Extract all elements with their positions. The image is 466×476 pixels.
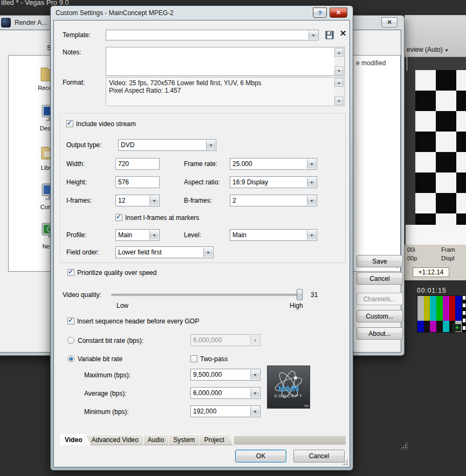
bframes-label: B-frames: bbox=[184, 197, 212, 204]
notes-label: Notes: bbox=[63, 49, 81, 56]
notes-scrollbar[interactable]: ▲ ▼ bbox=[334, 48, 344, 75]
help-icon[interactable]: ? bbox=[313, 8, 327, 18]
two-pass-checkbox[interactable] bbox=[190, 355, 197, 362]
constant-bitrate-radio[interactable] bbox=[67, 337, 74, 344]
scroll-down-icon[interactable]: ▼ bbox=[334, 96, 344, 105]
trademark-label: TM bbox=[304, 404, 309, 408]
video-quality-slider-track[interactable] bbox=[111, 294, 303, 296]
about-button[interactable]: About... bbox=[357, 327, 403, 340]
average-bps-label: Average (bps): bbox=[84, 390, 127, 397]
timeline-cursor-timecode: 00:01:15 bbox=[417, 287, 447, 294]
delete-template-icon[interactable]: ✕ bbox=[338, 29, 348, 39]
column-divider bbox=[407, 57, 407, 71]
prioritize-quality-checkbox[interactable] bbox=[67, 269, 74, 276]
status-text: Displ bbox=[441, 255, 454, 261]
scroll-up-icon[interactable]: ▲ bbox=[334, 78, 344, 87]
template-combobox[interactable]: ▼ bbox=[106, 30, 319, 40]
custom-settings-dialog: Custom Settings - MainConcept MPEG-2 ? ✕… bbox=[50, 5, 353, 471]
scroll-up-icon[interactable]: ▲ bbox=[334, 48, 344, 57]
insert-sequence-header-label: Insert sequence header before every GOP bbox=[77, 318, 199, 325]
average-bps-combobox[interactable]: 6,000,000 ▼ bbox=[190, 387, 261, 399]
field-order-combobox[interactable]: Lower field first ▼ bbox=[115, 246, 214, 258]
slider-high-label: High bbox=[290, 302, 303, 309]
level-combobox[interactable]: Main ▼ bbox=[230, 229, 317, 241]
video-quality-label: Video quality: bbox=[63, 291, 101, 299]
status-text: 00p bbox=[407, 255, 417, 261]
channels-button[interactable]: Channels... bbox=[357, 293, 403, 305]
chevron-down-icon[interactable]: ▼ bbox=[250, 406, 259, 416]
frame-rate-combobox[interactable]: 25.000 ▼ bbox=[230, 158, 317, 170]
video-preview-checkerboard bbox=[415, 70, 466, 225]
save-button[interactable]: Save bbox=[357, 255, 403, 267]
minimum-bps-combobox[interactable]: 192,000 ▼ bbox=[190, 405, 261, 417]
aspect-ratio-combobox[interactable]: 16:9 Display ▼ bbox=[230, 176, 317, 188]
close-icon[interactable]: ✕ bbox=[381, 17, 398, 27]
custom-button[interactable]: Custom... bbox=[357, 310, 403, 322]
preview-mode-dropdown[interactable]: eview (Auto) ▼ bbox=[407, 46, 449, 53]
format-label: Format: bbox=[63, 79, 85, 86]
tab-audio[interactable]: Audio bbox=[143, 434, 173, 445]
cancel-button[interactable]: Cancel bbox=[357, 272, 403, 285]
chevron-down-icon: ▼ bbox=[250, 335, 259, 345]
tab-project[interactable]: Project bbox=[199, 434, 232, 445]
format-line2: Pixel Aspect Ratio: 1.457 bbox=[109, 87, 332, 94]
smpte-bars-top bbox=[417, 296, 462, 321]
close-icon[interactable]: ✕ bbox=[330, 8, 347, 18]
insert-iframes-label: Insert I-frames at markers bbox=[125, 214, 199, 222]
resize-grip[interactable] bbox=[400, 441, 408, 450]
chevron-down-icon[interactable]: ▼ bbox=[309, 31, 318, 39]
two-pass-label: Two-pass bbox=[200, 355, 228, 363]
dialog-title: Custom Settings - MainConcept MPEG-2 bbox=[56, 9, 174, 17]
width-input[interactable] bbox=[115, 158, 160, 170]
insert-iframes-checkbox[interactable] bbox=[115, 214, 122, 221]
scroll-down-icon[interactable]: ▼ bbox=[334, 66, 344, 75]
adjacent-thumbnail-checker bbox=[462, 295, 466, 333]
iframes-label: I-frames: bbox=[66, 197, 92, 204]
output-type-combobox[interactable]: DVD ▼ bbox=[118, 139, 216, 151]
format-line1: Video: 25 fps, 720x576 Lower field first… bbox=[109, 79, 332, 87]
insert-sequence-header-checkbox[interactable] bbox=[67, 318, 74, 325]
height-input[interactable] bbox=[115, 176, 160, 188]
chevron-down-icon[interactable]: ▼ bbox=[250, 370, 259, 380]
profile-combobox[interactable]: Main ▼ bbox=[115, 229, 160, 241]
variable-bitrate-radio[interactable] bbox=[67, 355, 74, 362]
tab-video[interactable]: Video bbox=[60, 434, 91, 445]
chevron-down-icon[interactable]: ▼ bbox=[307, 230, 316, 240]
ok-button[interactable]: OK bbox=[235, 450, 286, 463]
chevron-down-icon[interactable]: ▼ bbox=[307, 196, 316, 205]
render-as-app-icon bbox=[1, 18, 11, 27]
custom-settings-titlebar: Custom Settings - MainConcept MPEG-2 ? ✕ bbox=[51, 6, 353, 20]
settings-tabstrip: Video Advanced Video Audio System Projec… bbox=[60, 434, 346, 445]
chevron-down-icon[interactable]: ▼ bbox=[307, 159, 316, 169]
chevron-down-icon[interactable]: ▼ bbox=[250, 388, 259, 398]
field-order-label: Field order: bbox=[66, 249, 99, 256]
timecode-overlay: +1:12.14 bbox=[413, 267, 449, 277]
maximum-bps-label: Maximum (bps): bbox=[84, 371, 131, 379]
notes-input[interactable]: ▲ ▼ bbox=[106, 47, 345, 76]
render-as-title: Render A... bbox=[15, 19, 47, 26]
chevron-down-icon[interactable]: ▼ bbox=[149, 196, 159, 205]
width-label: Width: bbox=[66, 160, 85, 168]
template-label: Template: bbox=[63, 31, 91, 39]
generated-media-icon: + bbox=[453, 324, 461, 332]
column-header-date-modified[interactable]: e modified bbox=[356, 59, 386, 67]
minimum-bps-label: Minimum (bps): bbox=[84, 408, 129, 416]
chevron-down-icon[interactable]: ▼ bbox=[206, 140, 215, 150]
chevron-down-icon[interactable]: ▼ bbox=[203, 247, 213, 257]
maximum-bps-combobox[interactable]: 9,500,000 ▼ bbox=[190, 369, 261, 381]
video-quality-slider-handle[interactable] bbox=[297, 289, 303, 300]
cancel-button[interactable]: Cancel bbox=[293, 450, 345, 463]
tab-advanced-video[interactable]: Advanced Video bbox=[86, 434, 147, 445]
iframes-combobox[interactable]: 12 ▼ bbox=[115, 195, 160, 206]
save-template-icon[interactable] bbox=[325, 30, 334, 40]
include-video-stream-label: Include video stream bbox=[76, 120, 136, 128]
media-thumbnail[interactable]: + bbox=[417, 295, 462, 333]
constant-bitrate-combobox[interactable]: 6,000,000 ▼ bbox=[190, 334, 261, 346]
tab-system[interactable]: System bbox=[168, 434, 203, 445]
bframes-combobox[interactable]: 2 ▼ bbox=[230, 195, 317, 206]
chevron-down-icon[interactable]: ▼ bbox=[149, 230, 159, 240]
video-preview-area bbox=[405, 57, 466, 245]
format-scrollbar[interactable]: ▲ ▼ bbox=[334, 78, 344, 105]
chevron-down-icon[interactable]: ▼ bbox=[307, 177, 316, 187]
include-video-stream-checkbox[interactable] bbox=[66, 120, 73, 127]
